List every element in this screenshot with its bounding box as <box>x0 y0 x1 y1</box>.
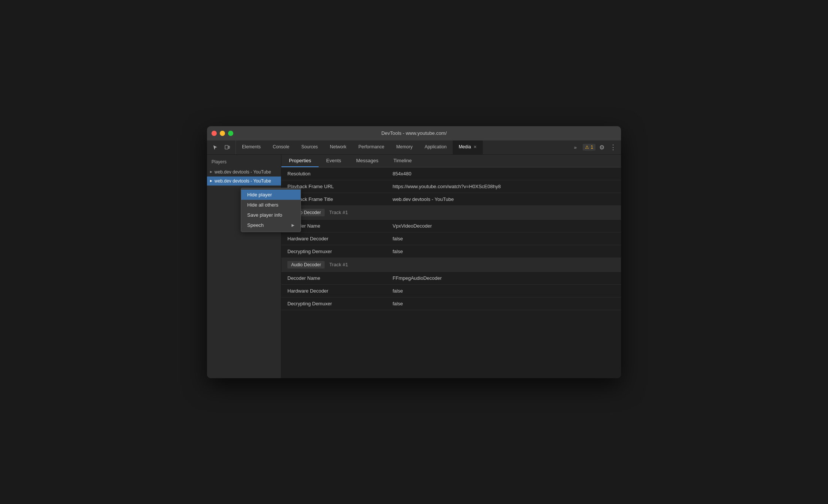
toolbar-tabs: Elements Console Sources Network Perform… <box>236 140 567 154</box>
warning-badge[interactable]: ⚠ 1 <box>583 144 595 151</box>
video-decoder-value-0: VpxVideoDecoder <box>387 220 621 232</box>
sub-tab-events[interactable]: Events <box>319 155 349 167</box>
player-name-1: web.dev devtools - YouTube <box>215 169 271 175</box>
minimize-button[interactable] <box>220 131 225 136</box>
menu-item-speech[interactable]: Speech ▶ <box>241 220 301 230</box>
prop-value-frame-url: https://www.youtube.com/watch?v=H0XScE08… <box>387 180 621 193</box>
audio-decoder-key-2: Decrypting Demuxer <box>281 297 387 310</box>
sidebar: Players ▶ web.dev devtools - YouTube ▶ w… <box>207 155 281 378</box>
more-options-icon[interactable]: ⋮ <box>608 142 618 153</box>
player-arrow-1: ▶ <box>210 170 212 174</box>
video-decoder-section-header: Video Decoder Track #1 <box>281 206 621 220</box>
toolbar: Elements Console Sources Network Perform… <box>207 140 621 155</box>
context-menu: Hide player Hide all others Save player … <box>241 188 301 232</box>
audio-decoder-key-1: Hardware Decoder <box>281 285 387 297</box>
title-bar: DevTools - www.youtube.com/ <box>207 126 621 140</box>
tab-performance[interactable]: Performance <box>352 140 390 154</box>
video-decoder-key-2: Decrypting Demuxer <box>281 245 387 258</box>
tab-console[interactable]: Console <box>267 140 295 154</box>
audio-decoder-row-0: Decoder Name FFmpegAudioDecoder <box>281 272 621 285</box>
audio-decoder-key-0: Decoder Name <box>281 272 387 284</box>
menu-item-save-info[interactable]: Save player info <box>241 210 301 220</box>
video-decoder-row-2: Decrypting Demuxer false <box>281 245 621 258</box>
tab-media-close[interactable]: ✕ <box>473 145 477 149</box>
tab-media[interactable]: Media ✕ <box>453 140 483 154</box>
svg-rect-1 <box>228 146 230 148</box>
toolbar-icon-group <box>207 140 236 154</box>
player-name-2: web.dev devtools - YouTube <box>215 178 271 184</box>
sub-tab-properties[interactable]: Properties <box>281 155 319 167</box>
audio-decoder-track: Track #1 <box>329 262 348 267</box>
audio-decoder-value-2: false <box>387 297 621 310</box>
menu-item-hide-player[interactable]: Hide player <box>241 190 301 200</box>
audio-decoder-badge: Audio Decoder <box>287 261 325 269</box>
prop-value-resolution: 854x480 <box>387 167 621 180</box>
speech-submenu-arrow: ▶ <box>292 223 295 227</box>
tab-sources[interactable]: Sources <box>295 140 324 154</box>
audio-decoder-row-2: Decrypting Demuxer false <box>281 297 621 310</box>
sub-tab-messages[interactable]: Messages <box>349 155 386 167</box>
warning-count: 1 <box>591 145 593 150</box>
properties-table: Resolution 854x480 Playback Frame URL ht… <box>281 167 621 378</box>
traffic-lights <box>212 131 233 136</box>
audio-decoder-section-header: Audio Decoder Track #1 <box>281 258 621 272</box>
prop-row-frame-url: Playback Frame URL https://www.youtube.c… <box>281 180 621 193</box>
svg-rect-0 <box>225 145 228 149</box>
maximize-button[interactable] <box>228 131 233 136</box>
tab-application[interactable]: Application <box>419 140 453 154</box>
close-button[interactable] <box>212 131 217 136</box>
prop-row-frame-title: Playback Frame Title web.dev devtools - … <box>281 193 621 206</box>
player-item-1[interactable]: ▶ web.dev devtools - YouTube <box>207 167 281 177</box>
tab-network[interactable]: Network <box>324 140 352 154</box>
main-area: Players ▶ web.dev devtools - YouTube ▶ w… <box>207 155 621 378</box>
video-decoder-value-1: false <box>387 232 621 245</box>
sidebar-title: Players <box>207 158 281 167</box>
more-tabs-button[interactable]: » <box>570 142 580 152</box>
player-arrow-2: ▶ <box>210 179 212 183</box>
device-icon[interactable] <box>222 142 233 152</box>
audio-decoder-row-1: Hardware Decoder false <box>281 285 621 297</box>
video-decoder-row-1: Hardware Decoder false <box>281 232 621 245</box>
audio-decoder-value-0: FFmpegAudioDecoder <box>387 272 621 284</box>
menu-item-hide-others[interactable]: Hide all others <box>241 200 301 210</box>
sub-tab-timeline[interactable]: Timeline <box>386 155 419 167</box>
prop-value-frame-title: web.dev devtools - YouTube <box>387 193 621 205</box>
toolbar-right: » ⚠ 1 ⚙ ⋮ <box>567 140 621 154</box>
video-decoder-row-0: Decoder Name VpxVideoDecoder <box>281 220 621 232</box>
content-panel: Properties Events Messages Timeline Reso… <box>281 155 621 378</box>
audio-decoder-value-1: false <box>387 285 621 297</box>
prop-key-resolution: Resolution <box>281 167 387 180</box>
cursor-icon[interactable] <box>210 142 221 152</box>
settings-icon[interactable]: ⚙ <box>598 142 606 152</box>
video-decoder-track: Track #1 <box>329 210 348 215</box>
tab-elements[interactable]: Elements <box>236 140 267 154</box>
player-item-2[interactable]: ▶ web.dev devtools - YouTube <box>207 177 281 186</box>
prop-row-resolution: Resolution 854x480 <box>281 167 621 180</box>
video-decoder-value-2: false <box>387 245 621 258</box>
video-decoder-key-1: Hardware Decoder <box>281 232 387 245</box>
window-title: DevTools - www.youtube.com/ <box>381 130 447 136</box>
warning-icon: ⚠ <box>585 145 589 150</box>
devtools-window: DevTools - www.youtube.com/ Elements Con… <box>207 126 621 378</box>
sub-tabs: Properties Events Messages Timeline <box>281 155 621 167</box>
tab-memory[interactable]: Memory <box>390 140 419 154</box>
